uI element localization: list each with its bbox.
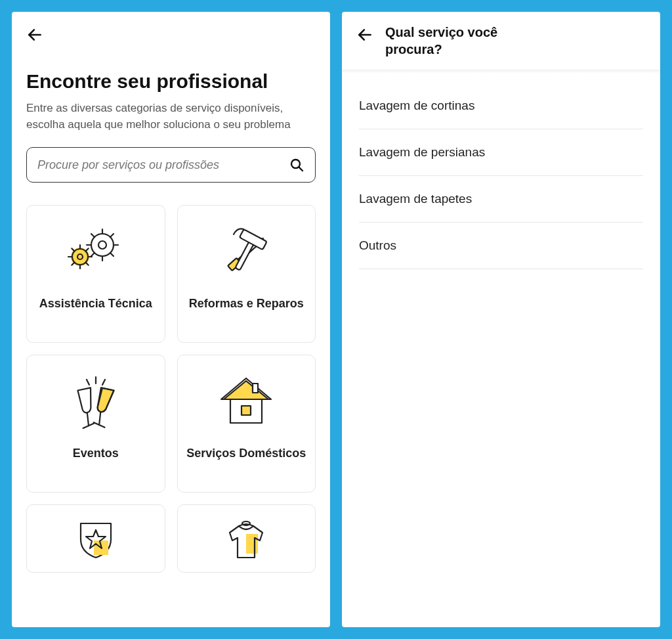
svg-line-22 — [91, 234, 94, 237]
content-left: Encontre seu profissional Entre as diver… — [12, 55, 330, 627]
gears-icon — [67, 220, 125, 286]
page-subtitle: Entre as diversas categorias de serviço … — [26, 100, 316, 133]
topbar-right: Qual serviço você procura? — [342, 12, 660, 64]
category-card-eventos[interactable]: Eventos — [26, 355, 165, 493]
svg-line-30 — [87, 380, 89, 385]
category-card-assistencia-tecnica[interactable]: Assistência Técnica — [26, 205, 165, 343]
svg-rect-40 — [253, 384, 258, 393]
svg-line-34 — [98, 412, 102, 425]
svg-point-15 — [98, 241, 106, 249]
house-icon — [217, 370, 275, 435]
svg-line-13 — [85, 263, 88, 265]
svg-line-21 — [91, 253, 94, 256]
svg-line-20 — [110, 234, 114, 237]
arrow-left-icon — [26, 26, 43, 43]
svg-line-31 — [102, 380, 105, 385]
search-input[interactable] — [37, 158, 289, 172]
category-label: Assistência Técnica — [39, 296, 152, 311]
svg-line-11 — [72, 263, 74, 265]
shield-star-icon — [73, 519, 119, 559]
category-card-partial-2[interactable] — [177, 504, 316, 573]
screen-service-select: Qual serviço você procura? Lavagem de co… — [342, 12, 660, 627]
svg-rect-39 — [242, 406, 251, 415]
back-button[interactable] — [24, 24, 46, 48]
screen-categories: Encontre seu profissional Entre as diver… — [12, 12, 330, 627]
service-item-lavagem-cortinas[interactable]: Lavagem de cortinas — [359, 83, 643, 129]
service-item-lavagem-persianas[interactable]: Lavagem de persianas — [359, 129, 643, 176]
svg-line-23 — [110, 253, 114, 256]
category-card-partial-1[interactable] — [26, 504, 165, 573]
topbar-left — [12, 12, 330, 55]
svg-line-12 — [72, 249, 74, 252]
page-title: Encontre seu profissional — [26, 70, 316, 93]
svg-line-2 — [299, 167, 303, 171]
tools-icon — [215, 220, 278, 286]
service-item-outros[interactable]: Outros — [359, 223, 643, 269]
svg-marker-36 — [224, 381, 268, 399]
category-label: Serviços Domésticos — [186, 446, 306, 461]
category-grid: Assistência Técnica — [26, 205, 316, 573]
svg-line-32 — [86, 413, 90, 426]
svg-line-10 — [85, 249, 88, 252]
glasses-icon — [67, 370, 125, 435]
shirt-icon — [223, 519, 269, 559]
category-card-reformas-reparos[interactable]: Reformas e Reparos — [177, 205, 316, 343]
svg-rect-44 — [246, 534, 258, 554]
service-item-lavagem-tapetes[interactable]: Lavagem de tapetes — [359, 176, 643, 223]
back-button[interactable] — [354, 24, 376, 48]
category-card-servicos-domesticos[interactable]: Serviços Domésticos — [177, 355, 316, 493]
service-list: Lavagem de cortinas Lavagem de persianas… — [342, 74, 660, 269]
category-label: Reformas e Reparos — [189, 296, 304, 311]
search-field[interactable] — [26, 147, 316, 183]
search-icon — [289, 157, 304, 173]
header-title: Qual serviço você procura? — [385, 24, 556, 58]
category-label: Eventos — [73, 446, 119, 461]
arrow-left-icon — [356, 26, 373, 43]
